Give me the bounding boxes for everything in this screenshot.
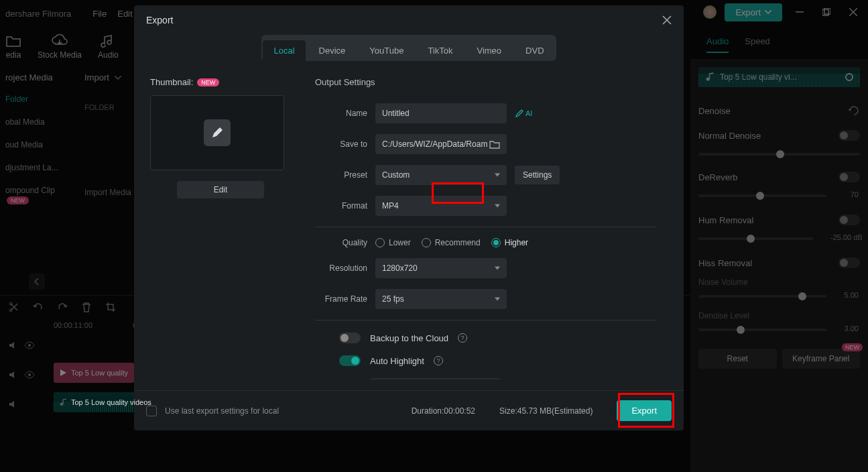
new-badge: NEW xyxy=(197,78,219,86)
thumbnail-edit-button[interactable]: Edit xyxy=(177,181,264,198)
backup-cloud-label: Backup to the Cloud xyxy=(370,333,448,343)
thumbnail-label: Thumbnail: xyxy=(150,77,193,87)
thumbnail-preview[interactable] xyxy=(150,95,284,170)
quality-recommend-radio[interactable]: Recommend xyxy=(422,238,481,247)
export-tab-local[interactable]: Local xyxy=(263,40,305,61)
export-button[interactable]: Export xyxy=(617,400,672,421)
quality-label: Quality xyxy=(315,238,367,247)
export-tab-dvd[interactable]: DVD xyxy=(515,40,554,61)
export-modal: Export Local Device YouTube TikTok Vimeo… xyxy=(134,5,684,430)
export-size: Size:45.73 MB(Estimated) xyxy=(499,406,593,416)
preset-select[interactable]: Custom xyxy=(375,165,507,185)
export-duration: Duration:00:00:52 xyxy=(412,406,475,416)
help-icon[interactable]: ? xyxy=(434,356,443,365)
clip-label: Top 5 Low quality videos xyxy=(71,398,151,406)
use-last-settings-checkbox[interactable] xyxy=(146,406,157,416)
modal-close-button[interactable] xyxy=(662,15,672,25)
ai-name-button[interactable]: AI xyxy=(515,109,532,118)
backup-cloud-toggle[interactable] xyxy=(339,333,361,343)
framerate-label: Frame Rate xyxy=(315,294,367,304)
preset-label: Preset xyxy=(315,170,367,180)
modal-title: Export xyxy=(146,15,662,25)
export-tab-vimeo[interactable]: Vimeo xyxy=(466,40,512,61)
highlight-preset-select[interactable]: 15s(TikTok) xyxy=(370,378,501,379)
name-input[interactable] xyxy=(375,103,507,123)
auto-highlight-toggle[interactable] xyxy=(339,355,361,366)
name-label: Name xyxy=(315,109,367,118)
folder-icon[interactable] xyxy=(489,139,500,149)
export-tab-youtube[interactable]: YouTube xyxy=(359,40,414,61)
edit-pencil-icon xyxy=(204,119,231,146)
quality-higher-radio[interactable]: Higher xyxy=(491,238,528,247)
radio-label: Lower xyxy=(389,238,411,247)
use-last-settings-label: Use last export settings for local xyxy=(165,406,404,416)
resolution-select[interactable]: 1280x720 xyxy=(375,258,507,278)
auto-highlight-label: Auto Highlight xyxy=(370,356,424,366)
quality-lower-radio[interactable]: Lower xyxy=(375,238,411,247)
pencil-icon xyxy=(515,109,524,118)
save-to-field[interactable]: C:/Users/WIZ/AppData/Roam xyxy=(375,134,507,154)
framerate-select[interactable]: 25 fps xyxy=(375,289,507,309)
export-tab-tiktok[interactable]: TikTok xyxy=(417,40,463,61)
format-select[interactable]: MP4 xyxy=(375,196,507,216)
save-path: C:/Users/WIZ/AppData/Roam xyxy=(382,139,487,149)
format-label: Format xyxy=(315,201,367,211)
resolution-label: Resolution xyxy=(315,263,367,273)
output-settings-title: Output Settings xyxy=(315,77,657,87)
ai-label: AI xyxy=(525,109,532,117)
export-tab-device[interactable]: Device xyxy=(308,40,357,61)
close-icon xyxy=(662,15,672,25)
preset-settings-button[interactable]: Settings xyxy=(515,166,560,184)
radio-label: Recommend xyxy=(435,238,481,247)
radio-label: Higher xyxy=(505,238,528,247)
save-to-label: Save to xyxy=(315,139,367,149)
help-icon[interactable]: ? xyxy=(458,333,467,343)
